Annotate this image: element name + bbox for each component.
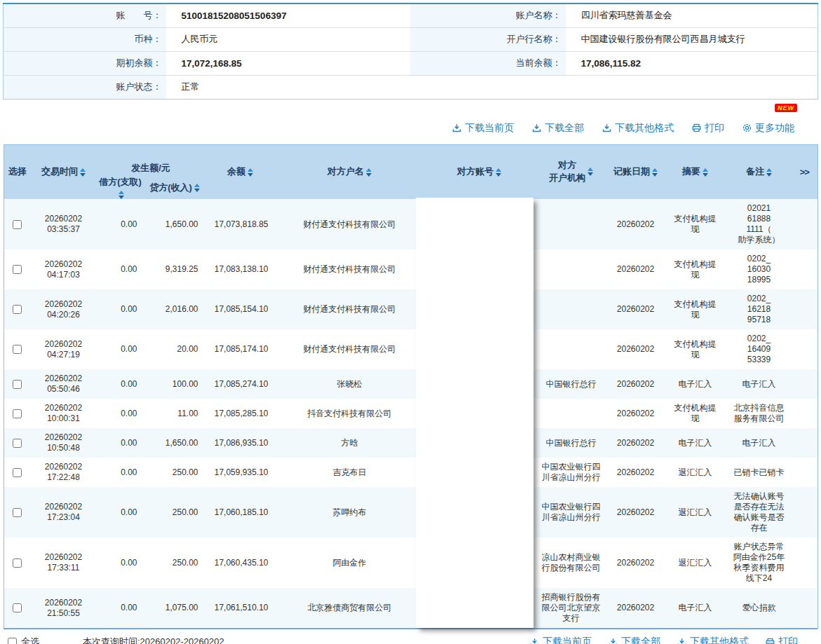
cell-balance: 17,060,435.10 [205,537,276,588]
cell-summary: 支付机构提现 [664,329,727,369]
column-header-counterparty-bank[interactable]: 对方 开户机构 [535,144,608,199]
download-current-page-link[interactable]: 下载当前页 [452,122,514,135]
row-checkbox[interactable] [13,559,22,568]
cell-transaction-time: 20260202 04:27:19 [31,329,97,369]
sort-arrows-icon[interactable] [588,167,593,176]
cell-debit: 0.00 [97,199,144,249]
sort-arrows-icon[interactable] [703,168,708,177]
row-checkbox[interactable] [13,508,22,517]
opening-bank-value: 中国建设银行股份有限公司西昌月城支行 [566,27,818,51]
cell-counterparty-bank [535,399,608,428]
column-header-counterparty-account[interactable]: 对方账号 [424,144,535,199]
cell-debit: 0.00 [97,428,144,458]
sort-arrows-icon[interactable] [118,191,124,199]
column-header-debit[interactable]: 借方(支取) [97,176,144,199]
sort-arrows-icon[interactable] [496,168,501,177]
cell-transaction-time: 20260202 04:20:26 [31,289,97,329]
row-checkbox[interactable] [13,439,22,448]
sort-arrows-icon[interactable] [366,168,372,177]
row-checkbox[interactable] [13,468,22,477]
cell-remark: 无法确认账号是否存在无法确认账号是否存在 [727,487,792,537]
row-checkbox[interactable] [13,305,22,314]
cell-credit: 250.00 [144,458,205,487]
cell-booking-date: 20260202 [608,199,664,249]
cell-counterparty-name: 张晓松 [276,369,424,399]
cell-transaction-time: 20260202 17:23:04 [31,487,97,537]
column-header-balance[interactable]: 余额 [205,144,276,199]
cell-credit: 1,650.00 [144,199,205,249]
cell-summary: 支付机构提现 [664,399,727,428]
row-checkbox[interactable] [13,220,22,229]
table-row: 20260202 17:22:48 0.00 250.00 17,059,935… [4,458,818,487]
cell-debit: 0.00 [97,369,144,399]
cell-transaction-time: 20260202 05:50:46 [31,369,97,399]
cell-remark: 电子汇入 [727,369,792,399]
expand-columns-link double-chevron-icon[interactable]: >> [792,144,818,199]
download-icon [677,638,686,644]
cell-debit: 0.00 [97,399,144,428]
column-header-booking-date[interactable]: 记账日期 [608,144,664,199]
cell-debit: 0.00 [97,588,144,629]
cell-booking-date: 20260202 [608,369,664,399]
select-all-label: 全选 [21,636,39,644]
transactions-table-wrap: 选择 交易时间 发生额/元 余额 对方户名 对方账号 对方 开户机构 记账日期 … [4,144,817,629]
download-icon [602,123,611,132]
sort-arrows-icon[interactable] [247,168,253,177]
cell-debit: 0.00 [97,289,144,329]
cell-remark: 爱心捐款 [727,588,792,629]
cell-booking-date: 20260202 [608,289,664,329]
cell-booking-date: 20260202 [608,249,664,289]
sort-arrows-icon[interactable] [194,184,200,192]
cell-summary: 支付机构提现 [664,199,727,249]
table-row: 20260202 03:35:37 0.00 1,650.00 17,073,8… [4,199,818,249]
cell-summary: 退汇汇入 [664,537,727,588]
download-other-format-link[interactable]: 下载其他格式 [677,636,749,644]
cell-transaction-time: 20260202 21:50:55 [31,588,97,629]
cell-debit: 0.00 [97,458,144,487]
cell-balance: 17,086,935.10 [205,428,276,458]
opening-bank-label: 开户行名称： [410,27,566,51]
cell-balance: 17,073,818.85 [205,199,276,249]
column-header-amount-group: 发生额/元 [97,144,205,176]
column-header-counterparty-name[interactable]: 对方户名 [276,144,424,199]
column-header-credit[interactable]: 贷方(收入) [144,176,205,199]
row-checkbox[interactable] [13,603,22,612]
cell-debit: 0.00 [97,537,144,588]
table-row: 20260202 04:27:19 0.00 20.00 17,085,174.… [4,329,818,369]
download-all-link[interactable]: 下载全部 [532,122,584,135]
sort-arrows-icon[interactable] [80,168,86,177]
table-row: 20260202 10:50:48 0.00 1,650.00 17,086,9… [4,428,818,458]
cell-booking-date: 20260202 [608,428,664,458]
printer-icon [692,123,701,132]
sort-arrows-icon[interactable] [652,168,658,177]
more-functions-link[interactable]: 更多功能 [742,122,794,135]
cell-transaction-time: 20260202 04:17:03 [31,249,97,289]
download-all-link[interactable]: 下载全部 [609,636,660,644]
row-checkbox[interactable] [13,380,22,389]
print-link[interactable]: 打印 [692,122,724,135]
cell-counterparty-name: 吉克布日 [276,458,424,487]
cell-credit: 2,016.00 [144,289,205,329]
cell-booking-date: 20260202 [608,329,664,369]
cell-counterparty-bank: 中国银行总行 [535,428,608,458]
sort-arrows-icon[interactable] [766,168,772,177]
row-checkbox[interactable] [13,409,22,418]
print-link[interactable]: 打印 [766,636,798,644]
cell-counterparty-name: 抖音支付科技有限公司 [276,399,424,428]
cell-balance: 17,061,510.10 [205,588,276,629]
cell-counterparty-name: 财付通支付科技有限公司 [276,329,424,369]
cell-counterparty-bank [535,289,608,329]
cell-booking-date: 20260202 [608,399,664,428]
row-checkbox[interactable] [13,265,22,274]
download-other-format-link[interactable]: 下载其他格式 [602,122,674,135]
download-icon [530,638,539,644]
column-header-select: 选择 [4,144,31,199]
cell-remark: 02021 61888 1111（ 助学系统） [727,199,792,249]
select-all-checkbox[interactable] [8,638,17,644]
download-current-page-link[interactable]: 下载当前页 [530,636,592,644]
column-header-time[interactable]: 交易时间 [31,144,97,199]
cell-balance: 17,059,935.10 [205,458,276,487]
column-header-remark[interactable]: 备注 [727,144,792,199]
column-header-summary[interactable]: 摘要 [664,144,727,199]
row-checkbox[interactable] [13,345,22,354]
